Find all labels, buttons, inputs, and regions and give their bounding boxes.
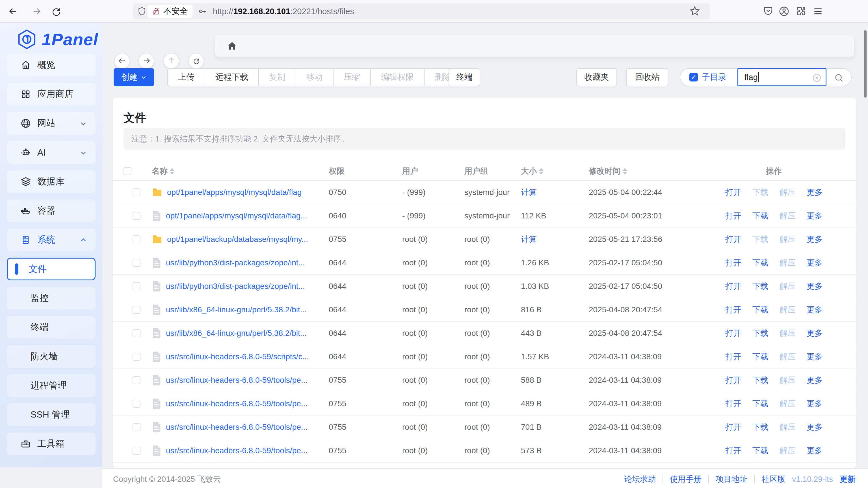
toolbar-button-0[interactable]: 上传 xyxy=(167,68,205,86)
sidebar-item-appstore[interactable]: 应用商店 xyxy=(7,83,96,106)
open-link[interactable]: 打开 xyxy=(725,187,741,198)
sort-icon[interactable] xyxy=(623,168,627,175)
file-name-link[interactable]: opt/1panel/backup/database/mysql/my... xyxy=(167,235,308,244)
download-link[interactable]: 下载 xyxy=(752,375,768,385)
footer-link-forum[interactable]: 论坛求助 xyxy=(624,474,656,485)
download-link[interactable]: 下载 xyxy=(752,281,768,292)
sort-icon[interactable] xyxy=(539,168,544,175)
more-link[interactable]: 更多 xyxy=(807,351,823,362)
shield-icon[interactable] xyxy=(137,7,147,16)
download-link[interactable]: 下载 xyxy=(752,422,768,433)
subdir-checkbox[interactable]: ✓ xyxy=(689,73,698,82)
row-checkbox[interactable] xyxy=(132,447,141,455)
more-link[interactable]: 更多 xyxy=(807,234,823,245)
download-link[interactable]: 下载 xyxy=(752,398,768,409)
security-chip[interactable]: 不安全 xyxy=(148,5,192,18)
more-link[interactable]: 更多 xyxy=(807,257,823,268)
download-link[interactable]: 下载 xyxy=(752,257,768,268)
more-link[interactable]: 更多 xyxy=(807,328,823,339)
more-link[interactable]: 更多 xyxy=(807,210,823,221)
terminal-button[interactable]: 终端 xyxy=(448,68,480,86)
open-link[interactable]: 打开 xyxy=(725,422,741,433)
open-link[interactable]: 打开 xyxy=(725,398,741,409)
file-name-link[interactable]: usr/src/linux-headers-6.8.0-59/tools/pe.… xyxy=(166,376,308,385)
search-icon[interactable] xyxy=(834,73,844,83)
more-link[interactable]: 更多 xyxy=(807,422,823,433)
sidebar-item-system[interactable]: 系统 xyxy=(7,229,96,251)
open-link[interactable]: 打开 xyxy=(725,281,741,292)
row-checkbox[interactable] xyxy=(132,376,141,384)
row-checkbox[interactable] xyxy=(132,235,141,243)
sidebar-item-files[interactable]: 文件 xyxy=(7,258,96,280)
menu-hamburger-icon[interactable] xyxy=(812,5,824,18)
browser-url-bar[interactable]: 不安全 http://192.168.20.101:20221/hosts/fi… xyxy=(133,3,710,20)
open-link[interactable]: 打开 xyxy=(725,445,741,456)
sidebar-item-process[interactable]: 进程管理 xyxy=(7,374,96,397)
row-checkbox[interactable] xyxy=(132,189,141,196)
file-name-link[interactable]: usr/lib/x86_64-linux-gnu/perl/5.38.2/bit… xyxy=(166,305,307,314)
row-checkbox[interactable] xyxy=(132,329,141,337)
file-name-link[interactable]: usr/lib/python3/dist-packages/zope/int..… xyxy=(166,258,305,267)
more-link[interactable]: 更多 xyxy=(807,187,823,198)
row-checkbox[interactable] xyxy=(132,212,141,220)
download-link[interactable]: 下载 xyxy=(752,328,768,339)
browser-back-icon[interactable] xyxy=(7,5,19,18)
home-icon[interactable] xyxy=(227,41,237,51)
create-button[interactable]: 创建 xyxy=(114,68,154,86)
file-name-link[interactable]: usr/src/linux-headers-6.8.0-59/tools/pe.… xyxy=(166,446,308,455)
file-nav-forward-button[interactable] xyxy=(138,53,154,69)
recycle-bin-button[interactable]: 回收站 xyxy=(626,68,669,86)
more-link[interactable]: 更多 xyxy=(807,281,823,292)
file-name-link[interactable]: opt/1panel/apps/mysql/mysql/data/flag xyxy=(167,188,302,197)
compute-size-link[interactable]: 计算 xyxy=(521,188,537,197)
sidebar-item-ssh[interactable]: SSH 管理 xyxy=(7,403,96,426)
open-link[interactable]: 打开 xyxy=(725,351,741,362)
file-nav-refresh-button[interactable] xyxy=(188,53,204,69)
open-link[interactable]: 打开 xyxy=(725,305,741,315)
open-link[interactable]: 打开 xyxy=(725,234,741,245)
more-link[interactable]: 更多 xyxy=(807,375,823,385)
sidebar-item-database[interactable]: 数据库 xyxy=(7,170,96,193)
breadcrumb[interactable] xyxy=(215,35,854,57)
sidebar-item-website[interactable]: 网站 xyxy=(7,112,96,135)
file-nav-back-button[interactable] xyxy=(114,53,130,69)
open-link[interactable]: 打开 xyxy=(725,375,741,385)
browser-reload-icon[interactable] xyxy=(50,5,62,18)
update-link[interactable]: 更新 xyxy=(840,474,856,485)
toolbar-button-1[interactable]: 远程下载 xyxy=(205,68,259,86)
footer-link-manual[interactable]: 使用手册 xyxy=(670,474,702,485)
sidebar-item-container[interactable]: 容器 xyxy=(7,199,96,222)
download-link[interactable]: 下载 xyxy=(752,305,768,315)
search-input[interactable]: flag xyxy=(737,68,827,86)
favorites-button[interactable]: 收藏夹 xyxy=(576,68,617,86)
col-mtime[interactable]: 修改时间 xyxy=(589,166,716,176)
page-scrollbar-thumb[interactable] xyxy=(864,30,867,97)
pocket-icon[interactable] xyxy=(762,5,774,18)
more-link[interactable]: 更多 xyxy=(807,445,823,456)
sidebar-item-firewall[interactable]: 防火墙 xyxy=(7,345,96,368)
footer-link-community[interactable]: 社区版 xyxy=(762,474,785,485)
file-name-link[interactable]: usr/lib/python3/dist-packages/zope/int..… xyxy=(166,282,305,291)
sidebar-item-terminal[interactable]: 终端 xyxy=(7,316,96,339)
col-size[interactable]: 大小 xyxy=(521,166,589,176)
row-checkbox[interactable] xyxy=(132,259,141,267)
more-link[interactable]: 更多 xyxy=(807,398,823,409)
row-checkbox[interactable] xyxy=(132,423,141,431)
file-name-link[interactable]: usr/src/linux-headers-6.8.0-59/tools/pe.… xyxy=(166,399,308,408)
row-checkbox[interactable] xyxy=(132,400,141,408)
more-link[interactable]: 更多 xyxy=(807,305,823,315)
account-icon[interactable] xyxy=(778,5,790,18)
sidebar-item-monitor[interactable]: 监控 xyxy=(7,287,96,310)
row-checkbox[interactable] xyxy=(132,306,141,314)
open-link[interactable]: 打开 xyxy=(725,257,741,268)
open-link[interactable]: 打开 xyxy=(725,328,741,339)
file-name-link[interactable]: opt/1panel/apps/mysql/mysql/data/flag... xyxy=(166,211,307,220)
compute-size-link[interactable]: 计算 xyxy=(521,235,537,243)
sidebar-item-overview[interactable]: 概览 xyxy=(7,54,96,76)
row-checkbox[interactable] xyxy=(132,353,141,361)
sort-icon[interactable] xyxy=(170,168,175,175)
open-link[interactable]: 打开 xyxy=(725,210,741,221)
footer-link-project[interactable]: 项目地址 xyxy=(716,474,747,485)
file-name-link[interactable]: usr/src/linux-headers-6.8.0-59/tools/pe.… xyxy=(166,423,308,432)
file-nav-up-button[interactable] xyxy=(163,53,179,69)
